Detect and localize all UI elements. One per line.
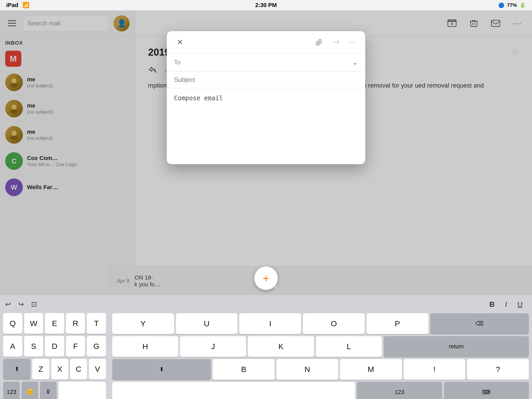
- num-key-right[interactable]: 123: [357, 382, 442, 399]
- key-z[interactable]: Z: [32, 359, 49, 380]
- key-b[interactable]: B: [213, 359, 275, 380]
- return-key[interactable]: return: [384, 336, 529, 357]
- key-s[interactable]: S: [24, 336, 43, 357]
- keyboard-right: B I U Y U I O P ⌫ H J K L return ⬆ B N M…: [109, 295, 532, 399]
- key-k[interactable]: K: [248, 336, 314, 357]
- key-j[interactable]: J: [180, 336, 246, 357]
- to-input[interactable]: [190, 59, 352, 66]
- compose-body-area: Compose email: [167, 88, 365, 164]
- compose-header-actions: ···: [313, 36, 358, 48]
- shift-key-right[interactable]: ⬆: [112, 359, 211, 380]
- space-key[interactable]: [58, 382, 106, 399]
- key-l[interactable]: L: [316, 336, 382, 357]
- keyboard-row-r2: H J K L return: [112, 336, 529, 357]
- keyboard-toolbar-right: B I U: [112, 298, 529, 311]
- key-a[interactable]: A: [3, 336, 22, 357]
- keyboard-row-4: 123 😊 🎙: [3, 382, 106, 399]
- time-display: 2:30 PM: [255, 2, 277, 9]
- key-p[interactable]: P: [367, 313, 428, 334]
- keyboard-row-3: ⬆ Z X C V: [3, 359, 106, 380]
- keyboard-row-r3: ⬆ B N M ! ?: [112, 359, 529, 380]
- italic-button[interactable]: I: [503, 299, 509, 310]
- key-h[interactable]: H: [112, 336, 178, 357]
- emoji-key[interactable]: 😊: [22, 382, 38, 399]
- compose-subject-row: [167, 71, 365, 88]
- key-q[interactable]: Q: [3, 313, 22, 334]
- fab-plus-icon: +: [263, 272, 269, 285]
- key-f[interactable]: F: [66, 336, 85, 357]
- underline-button[interactable]: U: [515, 299, 525, 310]
- battery-icon: 🔋: [520, 2, 526, 8]
- key-v[interactable]: V: [89, 359, 106, 380]
- key-x[interactable]: X: [51, 359, 68, 380]
- key-u[interactable]: U: [176, 313, 238, 334]
- key-o[interactable]: O: [303, 313, 365, 334]
- keyboard: ↩ ↪ ⊡ Q W E R T A S D F G ⬆ Z X C V 123 …: [0, 295, 532, 399]
- key-exclaim[interactable]: !: [404, 359, 466, 380]
- key-n[interactable]: N: [276, 359, 338, 380]
- paste-button[interactable]: ⊡: [29, 299, 39, 310]
- mic-key[interactable]: 🎙: [40, 382, 57, 399]
- compose-more-button[interactable]: ···: [347, 36, 358, 48]
- expand-recipients-button[interactable]: ⌄: [352, 58, 358, 66]
- keyboard-toolbar-left: ↩ ↪ ⊡: [3, 298, 106, 311]
- hide-keyboard-button[interactable]: ⌨: [444, 382, 529, 399]
- shift-key[interactable]: ⬆: [3, 359, 30, 380]
- to-label: To: [174, 59, 190, 66]
- status-bar: iPad 📶 2:30 PM 🔵 77% 🔋: [0, 0, 532, 10]
- fab-star-icon: ★: [273, 284, 278, 290]
- compose-close-button[interactable]: ✕: [174, 36, 185, 48]
- keyboard-row-r1: Y U I O P ⌫: [112, 313, 529, 334]
- num-key-left[interactable]: 123: [3, 382, 20, 399]
- key-i[interactable]: I: [239, 313, 301, 334]
- space-key-right[interactable]: [112, 382, 355, 399]
- subject-input[interactable]: [174, 76, 358, 83]
- key-d[interactable]: D: [45, 336, 64, 357]
- redo-button[interactable]: ↪: [16, 299, 26, 310]
- send-button[interactable]: [330, 36, 341, 48]
- key-t[interactable]: T: [87, 313, 106, 334]
- bluetooth-icon: 🔵: [498, 2, 504, 8]
- key-e[interactable]: E: [45, 313, 64, 334]
- keyboard-row-2: A S D F G: [3, 336, 106, 357]
- key-w[interactable]: W: [24, 313, 43, 334]
- key-y[interactable]: Y: [112, 313, 174, 334]
- compose-header: ✕ ···: [167, 31, 365, 53]
- wifi-icon: 📶: [22, 2, 29, 9]
- body-input[interactable]: Compose email: [174, 95, 358, 157]
- undo-button[interactable]: ↩: [3, 299, 13, 310]
- bold-button[interactable]: B: [487, 299, 497, 310]
- device-label: iPad: [6, 2, 18, 9]
- key-m[interactable]: M: [340, 359, 402, 380]
- delete-key[interactable]: ⌫: [430, 313, 529, 334]
- key-question[interactable]: ?: [467, 359, 529, 380]
- attach-button[interactable]: [313, 36, 325, 48]
- keyboard-left: ↩ ↪ ⊡ Q W E R T A S D F G ⬆ Z X C V 123 …: [0, 295, 109, 399]
- keyboard-row-r4: 123 ⌨: [112, 382, 529, 399]
- battery-label: 77%: [507, 2, 517, 8]
- key-r[interactable]: R: [66, 313, 85, 334]
- keyboard-row-1: Q W E R T: [3, 313, 106, 334]
- key-g[interactable]: G: [87, 336, 106, 357]
- key-c[interactable]: C: [70, 359, 87, 380]
- compose-to-row: To ⌄: [167, 53, 365, 71]
- compose-fab-button[interactable]: + ★: [254, 267, 278, 290]
- compose-modal: ✕ ··· To ⌄: [167, 31, 365, 164]
